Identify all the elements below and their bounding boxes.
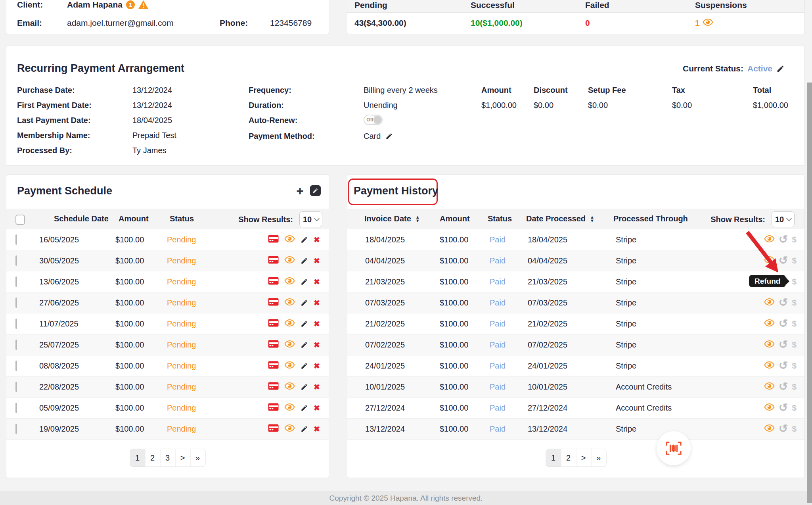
charge-icon[interactable]: $ bbox=[792, 277, 797, 286]
edit-payment-method-icon[interactable] bbox=[385, 132, 393, 140]
eye-icon[interactable] bbox=[764, 340, 775, 349]
card-icon[interactable] bbox=[268, 361, 279, 371]
charge-icon[interactable]: $ bbox=[792, 382, 797, 392]
page-button-2[interactable]: 2 bbox=[145, 449, 160, 467]
charge-icon[interactable]: $ bbox=[792, 319, 797, 328]
page-button-2[interactable]: 2 bbox=[561, 449, 576, 467]
page-button-»[interactable]: » bbox=[190, 449, 205, 467]
refund-icon[interactable]: ↺ bbox=[779, 404, 788, 412]
eye-icon[interactable] bbox=[284, 382, 295, 392]
sort-icon[interactable]: ▲▼ bbox=[590, 215, 594, 223]
edit-icon[interactable] bbox=[301, 236, 308, 244]
card-icon[interactable] bbox=[268, 256, 279, 266]
refund-icon[interactable]: ↺ bbox=[779, 299, 788, 307]
edit-icon[interactable] bbox=[301, 299, 308, 307]
row-checkbox[interactable] bbox=[15, 234, 17, 245]
delete-icon[interactable]: ✖ bbox=[314, 298, 320, 307]
show-results-select[interactable]: 10 bbox=[299, 211, 322, 227]
eye-icon[interactable] bbox=[764, 319, 775, 328]
invoice-date-header[interactable]: Invoice Date▲▼ bbox=[364, 214, 420, 223]
eye-icon[interactable] bbox=[284, 424, 295, 434]
eye-icon[interactable] bbox=[284, 277, 295, 286]
row-checkbox[interactable] bbox=[15, 298, 17, 308]
refund-icon[interactable]: ↺ bbox=[779, 257, 788, 265]
charge-icon[interactable]: $ bbox=[792, 340, 797, 349]
eye-icon[interactable] bbox=[764, 382, 775, 392]
page-button-1[interactable]: 1 bbox=[130, 449, 145, 467]
page-button-3[interactable]: 3 bbox=[160, 449, 175, 467]
edit-icon[interactable] bbox=[301, 362, 308, 370]
eye-icon[interactable] bbox=[764, 424, 775, 434]
charge-icon[interactable]: $ bbox=[792, 403, 797, 413]
eye-icon[interactable] bbox=[764, 361, 775, 371]
edit-icon[interactable] bbox=[301, 383, 308, 391]
row-checkbox[interactable] bbox=[15, 255, 17, 266]
date-processed-header[interactable]: Date Processed▲▼ bbox=[526, 214, 594, 223]
delete-icon[interactable]: ✖ bbox=[314, 403, 320, 413]
eye-icon[interactable] bbox=[284, 340, 295, 349]
eye-icon[interactable] bbox=[764, 403, 775, 413]
card-icon[interactable] bbox=[268, 277, 279, 287]
refund-icon[interactable]: ↺ bbox=[779, 383, 788, 391]
row-checkbox[interactable] bbox=[15, 403, 17, 413]
refund-icon[interactable]: ↺ bbox=[779, 425, 788, 433]
charge-icon[interactable]: $ bbox=[792, 361, 797, 371]
edit-icon[interactable] bbox=[301, 404, 308, 412]
edit-icon[interactable] bbox=[301, 341, 308, 349]
charge-icon[interactable]: $ bbox=[792, 256, 797, 265]
refund-icon[interactable]: ↺ bbox=[779, 236, 788, 244]
eye-icon[interactable] bbox=[764, 256, 775, 265]
show-results-select[interactable]: 10 bbox=[772, 211, 795, 227]
row-checkbox[interactable] bbox=[15, 340, 17, 350]
row-checkbox[interactable] bbox=[15, 361, 17, 371]
refund-icon[interactable]: ↺ bbox=[779, 320, 788, 328]
card-icon[interactable] bbox=[268, 382, 279, 392]
charge-icon[interactable]: $ bbox=[792, 298, 797, 307]
card-icon[interactable] bbox=[268, 298, 279, 308]
card-icon[interactable] bbox=[268, 235, 279, 245]
info-badge-icon[interactable]: 1 bbox=[126, 0, 135, 9]
auto-renew-toggle[interactable]: Off bbox=[364, 115, 383, 125]
edit-icon[interactable] bbox=[301, 425, 308, 433]
refund-icon[interactable]: ↺ bbox=[779, 362, 788, 370]
eye-icon[interactable] bbox=[284, 298, 295, 307]
edit-icon[interactable] bbox=[301, 278, 308, 286]
warning-icon[interactable] bbox=[138, 0, 148, 9]
charge-icon[interactable]: $ bbox=[792, 424, 797, 434]
edit-icon[interactable] bbox=[301, 257, 308, 265]
row-checkbox[interactable] bbox=[15, 382, 17, 392]
eye-icon[interactable] bbox=[284, 319, 295, 328]
eye-icon[interactable] bbox=[284, 235, 295, 244]
page-button-1[interactable]: 1 bbox=[546, 449, 561, 467]
page-button-»[interactable]: » bbox=[591, 449, 606, 467]
sort-icon[interactable]: ▲▼ bbox=[416, 215, 420, 223]
eye-icon[interactable] bbox=[703, 18, 713, 28]
eye-icon[interactable] bbox=[284, 256, 295, 265]
card-icon[interactable] bbox=[268, 319, 279, 329]
delete-icon[interactable]: ✖ bbox=[314, 256, 320, 265]
delete-icon[interactable]: ✖ bbox=[314, 340, 320, 349]
page-button->[interactable]: > bbox=[576, 449, 591, 467]
eye-icon[interactable] bbox=[284, 361, 295, 371]
scrollbar-thumb[interactable] bbox=[807, 83, 812, 503]
delete-icon[interactable]: ✖ bbox=[314, 361, 320, 371]
select-all-checkbox[interactable] bbox=[15, 215, 25, 225]
refund-icon[interactable]: ↺ bbox=[779, 341, 788, 349]
add-schedule-button[interactable]: + bbox=[296, 186, 304, 196]
edit-status-icon[interactable] bbox=[776, 65, 785, 73]
delete-icon[interactable]: ✖ bbox=[314, 382, 320, 392]
row-checkbox[interactable] bbox=[15, 319, 17, 329]
row-checkbox[interactable] bbox=[15, 424, 17, 434]
page-button->[interactable]: > bbox=[175, 449, 190, 467]
eye-icon[interactable] bbox=[764, 298, 775, 307]
delete-icon[interactable]: ✖ bbox=[314, 235, 320, 244]
barcode-button[interactable] bbox=[657, 431, 691, 465]
delete-icon[interactable]: ✖ bbox=[314, 277, 320, 286]
card-icon[interactable] bbox=[268, 424, 279, 434]
delete-icon[interactable]: ✖ bbox=[314, 319, 320, 328]
row-checkbox[interactable] bbox=[15, 277, 17, 287]
card-icon[interactable] bbox=[268, 340, 279, 350]
delete-icon[interactable]: ✖ bbox=[314, 424, 320, 434]
card-icon[interactable] bbox=[268, 403, 279, 413]
edit-icon[interactable] bbox=[301, 320, 308, 328]
